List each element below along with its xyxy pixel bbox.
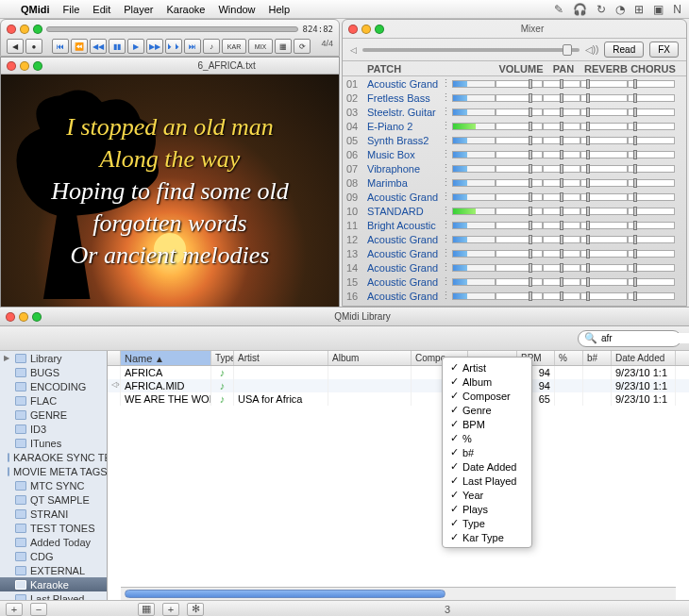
track-reverb-slider[interactable] <box>580 151 628 158</box>
context-menu-item[interactable]: ✓BPM <box>443 417 531 431</box>
prev-button[interactable]: ◀◀ <box>90 39 107 54</box>
add-button[interactable]: + <box>6 603 23 616</box>
track-pan-slider[interactable] <box>543 208 580 215</box>
sidebar-item[interactable]: ITunes <box>0 436 107 450</box>
col-name[interactable]: Name ▲ <box>121 351 211 365</box>
track-volume-slider[interactable] <box>496 165 543 173</box>
track-volume-slider[interactable] <box>496 94 543 102</box>
track-chorus-slider[interactable] <box>628 151 675 158</box>
track-pan-slider[interactable] <box>543 165 580 173</box>
note-button[interactable]: ♪ <box>203 39 220 54</box>
track-patch[interactable]: Acoustic Grand <box>367 234 441 245</box>
col-date[interactable]: Date Added <box>612 351 676 365</box>
track-pan-slider[interactable] <box>543 222 580 229</box>
tool-icon[interactable]: ✎ <box>554 3 563 16</box>
track-menu-icon[interactable]: ⋮ <box>441 176 452 189</box>
track-pan-slider[interactable] <box>543 108 580 116</box>
track-volume-slider[interactable] <box>496 193 543 201</box>
track-chorus-slider[interactable] <box>628 193 675 201</box>
track-pan-slider[interactable] <box>543 278 580 286</box>
mix-button[interactable]: MIX <box>248 39 273 54</box>
track-volume-slider[interactable] <box>496 250 543 258</box>
track-patch[interactable]: Music Box <box>367 149 441 160</box>
track-patch[interactable]: STANDARD <box>367 206 441 217</box>
track-reverb-slider[interactable] <box>580 208 628 215</box>
sync-icon[interactable]: ↻ <box>597 3 606 16</box>
rewind-button[interactable]: ⏪ <box>71 39 88 54</box>
app-name[interactable]: QMidi <box>21 4 50 15</box>
track-volume-slider[interactable] <box>496 80 543 88</box>
track-volume-slider[interactable] <box>496 108 543 116</box>
track-patch[interactable]: Synth Brass2 <box>367 135 441 146</box>
track-patch[interactable]: Vibraphone <box>367 163 441 175</box>
menu-help[interactable]: Help <box>269 4 291 15</box>
track-chorus-slider[interactable] <box>628 94 675 102</box>
track-menu-icon[interactable]: ⋮ <box>441 162 452 175</box>
context-menu-item[interactable]: ✓Composer <box>443 389 531 403</box>
track-menu-icon[interactable]: ⋮ <box>441 290 452 302</box>
col-type[interactable]: Type <box>211 351 234 365</box>
headphones-icon[interactable]: 🎧 <box>573 3 587 16</box>
track-reverb-slider[interactable] <box>580 264 628 272</box>
sidebar-item[interactable]: ID3 <box>0 422 107 436</box>
sidebar-item[interactable]: QT SAMPLE <box>0 492 107 507</box>
track-menu-icon[interactable]: ⋮ <box>441 106 452 118</box>
sidebar-item[interactable]: EXTERNAL <box>0 563 107 577</box>
skip-start-button[interactable]: ⏮ <box>52 39 69 54</box>
track-menu-icon[interactable]: ⋮ <box>441 148 452 160</box>
track-chorus-slider[interactable] <box>628 222 675 229</box>
sidebar-item[interactable]: Added Today <box>0 535 107 549</box>
track-menu-icon[interactable]: ⋮ <box>441 219 452 231</box>
col-artist[interactable]: Artist <box>234 351 328 365</box>
track-menu-icon[interactable]: ⋮ <box>441 134 452 146</box>
track-patch[interactable]: Bright Acoustic <box>367 220 441 231</box>
search-input[interactable] <box>601 333 689 343</box>
context-menu-item[interactable]: ✓Date Added <box>443 459 531 474</box>
track-patch[interactable]: Acoustic Grand <box>367 291 441 302</box>
screen-icon[interactable]: ▣ <box>653 3 664 16</box>
track-reverb-slider[interactable] <box>580 222 628 229</box>
track-patch[interactable]: Fretless Bass <box>367 92 441 104</box>
horizontal-scrollbar[interactable] <box>121 587 676 600</box>
track-chorus-slider[interactable] <box>628 123 675 130</box>
minimize-icon[interactable] <box>19 312 28 322</box>
track-reverb-slider[interactable] <box>580 108 628 116</box>
add2-button[interactable]: + <box>162 603 179 616</box>
track-reverb-slider[interactable] <box>580 137 628 144</box>
track-chorus-slider[interactable] <box>628 179 675 187</box>
zoom-icon[interactable] <box>375 25 384 34</box>
track-chorus-slider[interactable] <box>628 264 675 272</box>
track-menu-icon[interactable]: ⋮ <box>441 275 452 288</box>
sidebar-item[interactable]: CDG <box>0 549 107 563</box>
track-reverb-slider[interactable] <box>580 193 628 201</box>
context-menu-item[interactable]: ✓Last Played <box>443 474 531 488</box>
menu-karaoke[interactable]: Karaoke <box>166 4 205 15</box>
overflow-icon[interactable]: N <box>673 3 681 16</box>
track-pan-slider[interactable] <box>543 137 580 144</box>
track-reverb-slider[interactable] <box>580 278 628 286</box>
track-volume-slider[interactable] <box>496 137 543 144</box>
skip-end-button[interactable]: ⏭ <box>184 39 201 54</box>
track-pan-slider[interactable] <box>543 236 580 243</box>
menu-edit[interactable]: Edit <box>92 4 110 15</box>
pause-button[interactable]: ▮▮ <box>109 39 126 54</box>
context-menu-item[interactable]: ✓Genre <box>443 403 531 417</box>
ffwd-button[interactable]: ⏵⏵ <box>165 39 182 54</box>
play-button[interactable]: ▶ <box>127 39 144 54</box>
table-row[interactable]: WE ARE THE WORLD♪USA for Africa659/23/10… <box>108 392 689 406</box>
track-volume-slider[interactable] <box>496 292 543 300</box>
track-chorus-slider[interactable] <box>628 137 675 144</box>
close-icon[interactable] <box>6 312 15 322</box>
sidebar-item[interactable]: MOVIE META TAGS <box>0 464 107 478</box>
track-pan-slider[interactable] <box>543 94 580 102</box>
track-chorus-slider[interactable] <box>628 278 675 286</box>
minimize-icon[interactable] <box>20 61 29 71</box>
track-chorus-slider[interactable] <box>628 208 675 215</box>
track-patch[interactable]: Acoustic Grand <box>367 78 441 90</box>
sidebar-item[interactable]: STRANI <box>0 507 107 521</box>
speaker-button[interactable]: ◀ <box>7 39 24 54</box>
close-icon[interactable] <box>7 25 16 34</box>
record-button[interactable]: ● <box>25 39 42 54</box>
track-volume-slider[interactable] <box>496 151 543 158</box>
track-pan-slider[interactable] <box>543 264 580 272</box>
